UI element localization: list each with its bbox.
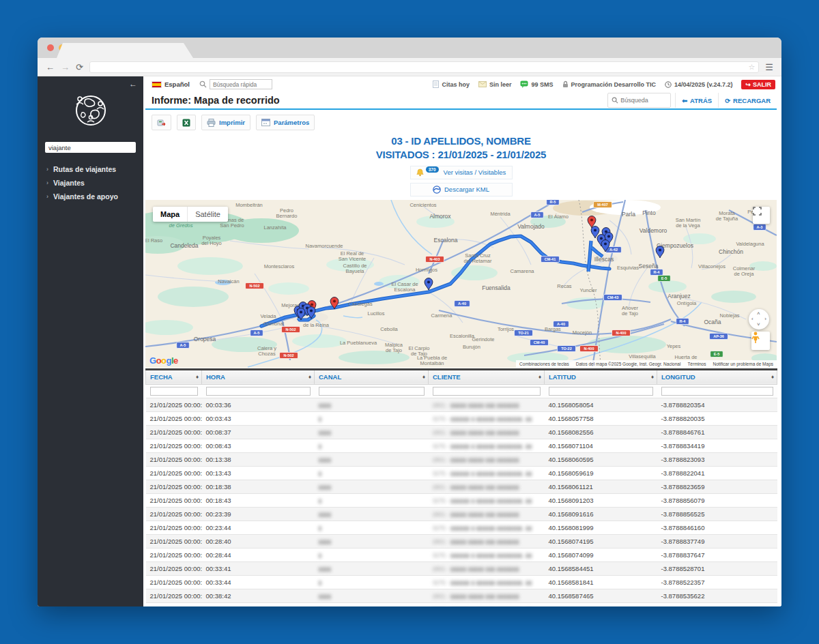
- table-row[interactable]: 21/01/2025 00:00:0000:33:44▮3275 - ▮▮▮▮▮…: [146, 575, 777, 589]
- header-search-input[interactable]: [620, 97, 667, 104]
- table-row[interactable]: 21/01/2025 00:00:0000:08:37▮▮▮▮2801 - ▮▮…: [146, 425, 777, 439]
- close-window-icon[interactable]: [47, 44, 54, 51]
- column-header-hora[interactable]: HORA♦: [202, 369, 315, 384]
- bookmark-star-icon[interactable]: ☆: [748, 63, 755, 72]
- column-filter-input[interactable]: [661, 387, 773, 396]
- map-type-map-button[interactable]: Mapa: [153, 207, 187, 222]
- map-type-satellite-button[interactable]: Satélite: [187, 207, 228, 222]
- sidebar-item[interactable]: ›Viajantes: [38, 176, 143, 190]
- sidebar-search-input[interactable]: [45, 142, 136, 153]
- download-kml-button[interactable]: Descargar KML: [410, 183, 513, 196]
- svg-text:R-5: R-5: [550, 200, 556, 204]
- table-cell: 40.1568082556: [545, 425, 657, 439]
- table-cell: 00:38:45: [202, 602, 315, 606]
- column-filter-input[interactable]: [206, 387, 311, 396]
- unread-item[interactable]: Sin leer: [478, 81, 512, 88]
- print-button[interactable]: Imprimir: [201, 115, 250, 130]
- column-filter-input[interactable]: [549, 387, 653, 396]
- svg-text:TO-22: TO-22: [561, 347, 572, 351]
- report-problem-link[interactable]: Notificar un problema de Maps: [713, 362, 773, 366]
- table-row[interactable]: 21/01/2025 00:00:0000:08:43▮3275 - ▮▮▮▮▮…: [146, 439, 777, 452]
- browser-window: ← → ⟳ ☆ ☰ ← ›Rutas de viajantes›: [38, 38, 781, 606]
- svg-text:M-407: M-407: [597, 203, 608, 207]
- pan-down-icon[interactable]: ˅: [757, 322, 760, 327]
- keyboard-shortcuts-link[interactable]: Combinaciones de teclas: [519, 362, 569, 366]
- forward-icon[interactable]: →: [61, 63, 70, 72]
- sidebar-collapse-icon[interactable]: ←: [129, 79, 137, 89]
- map-attribution: Combinaciones de teclas Datos del mapa ©…: [516, 360, 777, 368]
- svg-text:Cebolla: Cebolla: [380, 326, 398, 332]
- visits-button[interactable]: 370 Ver visitas / Visitables: [410, 166, 513, 179]
- column-header-fecha[interactable]: FECHA♦: [146, 369, 202, 384]
- table-row[interactable]: 21/01/2025 00:00:0000:13:43▮3275 - ▮▮▮▮▮…: [146, 466, 777, 480]
- bell-icon: [416, 169, 424, 177]
- back-icon[interactable]: ←: [46, 63, 55, 72]
- table-row[interactable]: 21/01/2025 00:00:0000:18:38▮▮▮▮2801 - ▮▮…: [146, 480, 777, 493]
- logout-button[interactable]: ↪ SALIR: [741, 80, 775, 89]
- table-row[interactable]: 21/01/2025 00:00:0000:18:43▮3275 - ▮▮▮▮▮…: [146, 493, 777, 507]
- column-header-canal[interactable]: CANAL♦: [315, 369, 429, 384]
- svg-text:AP-36: AP-36: [713, 334, 724, 338]
- address-bar[interactable]: ☆: [89, 61, 759, 73]
- sidebar-item[interactable]: ›Rutas de viajantes: [38, 162, 143, 176]
- table-cell: 2801 - ▮▮▮▮▮ ▮▮▮▮▮ ▮▮▮ ▮▮▮▮▮▮▮: [429, 398, 545, 411]
- reload-button[interactable]: ⟳ RECARGAR: [718, 93, 777, 108]
- table-row[interactable]: 21/01/2025 00:00:0000:33:41▮▮▮▮2801 - ▮▮…: [146, 561, 777, 575]
- svg-text:N-502: N-502: [286, 327, 296, 332]
- user-item[interactable]: Programación Desarrollo TIC: [562, 80, 657, 88]
- quick-search-input[interactable]: [210, 79, 272, 89]
- header-search-box[interactable]: [607, 93, 671, 108]
- pan-right-icon[interactable]: ›: [764, 317, 766, 322]
- export-button[interactable]: [152, 115, 171, 130]
- menu-icon[interactable]: ☰: [765, 62, 773, 72]
- pegman-button[interactable]: [751, 332, 770, 350]
- svg-text:El Raso: El Raso: [145, 237, 162, 244]
- svg-text:del Hoyo: del Hoyo: [201, 240, 222, 246]
- column-filter-input[interactable]: [433, 387, 541, 396]
- terms-link[interactable]: Términos: [687, 362, 706, 366]
- table-row[interactable]: 21/01/2025 00:00:0000:03:36▮▮▮▮2801 - ▮▮…: [146, 398, 777, 411]
- table-row[interactable]: 21/01/2025 00:00:0000:13:38▮▮▮▮2801 - ▮▮…: [146, 452, 777, 466]
- browser-tab[interactable]: [57, 43, 193, 58]
- table-cell: 21/01/2025 00:00:00: [146, 493, 202, 507]
- svg-text:Montalbán: Montalbán: [420, 360, 444, 366]
- table-row[interactable]: 21/01/2025 00:00:0000:23:39▮▮▮▮2801 - ▮▮…: [146, 507, 777, 521]
- back-button[interactable]: ⬅ ATRÁS: [675, 93, 718, 108]
- table-row[interactable]: 21/01/2025 00:00:0000:03:43▮3275 - ▮▮▮▮▮…: [146, 411, 777, 425]
- column-header-cliente[interactable]: CLIENTE♦: [429, 369, 545, 384]
- appointments-item[interactable]: Citas hoy: [433, 80, 470, 88]
- table-row[interactable]: 21/01/2025 00:00:0000:38:45▮3275 - ▮▮▮▮▮…: [146, 602, 777, 606]
- fullscreen-button[interactable]: [753, 207, 770, 224]
- svg-text:Seseña: Seseña: [639, 263, 659, 269]
- column-filter-input[interactable]: [150, 387, 198, 396]
- column-filter-input[interactable]: [319, 387, 425, 396]
- table-cell: -3.8788522357: [657, 575, 777, 589]
- column-header-latitud[interactable]: LATITUD♦: [545, 369, 657, 384]
- pan-left-icon[interactable]: ‹: [751, 317, 753, 322]
- svg-text:Fuensalida: Fuensalida: [482, 284, 511, 291]
- column-header-longitud[interactable]: LONGITUD♦: [657, 369, 777, 384]
- table-cell: -3.8788535531: [657, 602, 777, 606]
- google-logo[interactable]: Google: [149, 355, 178, 366]
- table-row[interactable]: 21/01/2025 00:00:0000:23:44▮3275 - ▮▮▮▮▮…: [146, 521, 777, 534]
- table-cell: ▮: [315, 493, 429, 507]
- svg-text:Esquivias: Esquivias: [617, 265, 639, 271]
- sidebar-item[interactable]: ›Viajantes de apoyo: [38, 190, 143, 203]
- svg-text:San Vicente: San Vicente: [339, 256, 366, 262]
- table-row[interactable]: 21/01/2025 00:00:0000:38:42▮▮▮▮2801 - ▮▮…: [146, 589, 777, 602]
- language-label[interactable]: Español: [164, 80, 190, 88]
- refresh-icon[interactable]: ⟳: [76, 63, 83, 72]
- table-row[interactable]: 21/01/2025 00:00:0000:28:40▮▮▮▮2801 - ▮▮…: [146, 534, 777, 548]
- table-cell: -3.8788856525: [657, 507, 777, 521]
- pan-control[interactable]: ˄ ˅ ‹ ›: [749, 309, 769, 330]
- table-cell: -3.8788837647: [657, 548, 777, 561]
- svg-text:Yuncler: Yuncler: [579, 287, 597, 293]
- map-data-label: Datos del mapa ©2025 Google, Inst. Geogr…: [576, 362, 681, 366]
- pan-up-icon[interactable]: ˄: [757, 311, 760, 317]
- excel-button[interactable]: [177, 115, 196, 130]
- lock-icon: [562, 80, 569, 88]
- parameters-button[interactable]: Parámetros: [256, 115, 315, 130]
- table-row[interactable]: 21/01/2025 00:00:0000:28:44▮3275 - ▮▮▮▮▮…: [146, 548, 777, 561]
- sms-item[interactable]: 99 SMS: [520, 80, 553, 88]
- route-map[interactable]: N-502N-502N-502A-5A-5N-403A-40A-5M-407CM…: [145, 200, 777, 368]
